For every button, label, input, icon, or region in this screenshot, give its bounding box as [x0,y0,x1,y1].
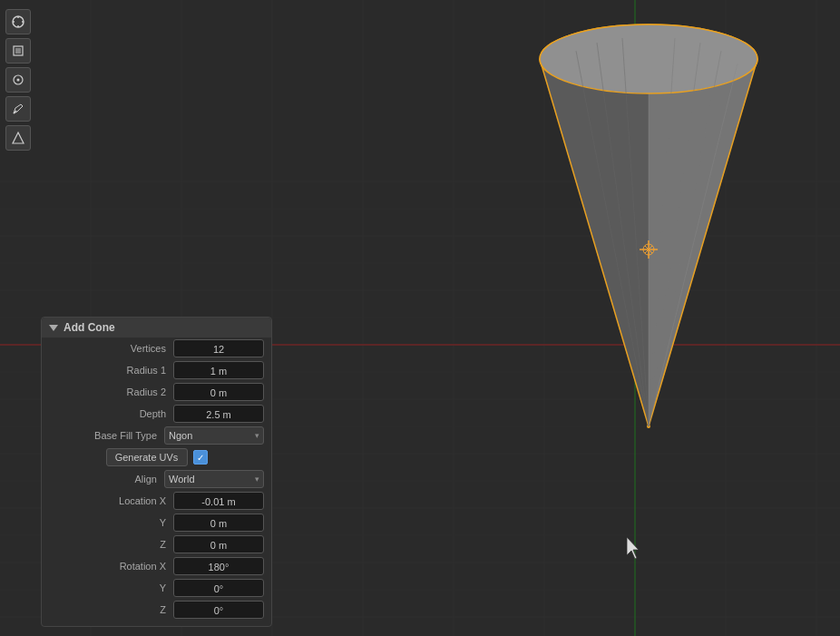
location-x-row: Location X -0.01 m [42,490,271,512]
rotation-x-value[interactable]: 180° [173,557,264,575]
rotation-z-value[interactable]: 0° [173,601,264,619]
vertices-value[interactable]: 12 [173,339,264,357]
svg-point-37 [540,24,757,93]
annotate-tool-button[interactable] [5,125,31,151]
radius1-value[interactable]: 1 m [173,361,264,379]
vertices-label: Vertices [49,343,173,354]
depth-label: Depth [49,408,173,419]
rotation-z-row: Z 0° [42,599,271,621]
location-y-label: Y [49,517,173,528]
generate-uvs-checkbox[interactable]: ✓ [193,450,208,465]
base-fill-type-select[interactable]: Ngon ▾ [164,426,264,445]
base-fill-type-value: Ngon [169,430,192,441]
panel-header[interactable]: Add Cone [42,318,271,338]
align-label: Align [49,474,164,484]
svg-marker-62 [627,537,639,559]
svg-point-59 [17,79,20,82]
chevron-down-icon-align: ▾ [255,475,259,484]
depth-value[interactable]: 2.5 m [173,405,264,423]
generate-uvs-label: Generate UVs [106,448,188,466]
svg-rect-57 [15,48,21,54]
depth-row: Depth 2.5 m [42,403,271,425]
location-x-value[interactable]: -0.01 m [173,492,264,510]
location-z-row: Z 0 m [42,533,271,555]
chevron-down-icon: ▾ [255,431,259,440]
draw-tool-button[interactable] [5,96,31,122]
align-select[interactable]: World ▾ [164,470,264,488]
rotation-x-label: Rotation X [49,561,173,572]
rotate-tool-button[interactable] [5,67,31,93]
collapse-icon [49,325,58,331]
base-fill-type-row: Base Fill Type Ngon ▾ [42,425,271,446]
radius1-label: Radius 1 [49,365,173,376]
radius2-label: Radius 2 [49,386,173,397]
location-x-label: Location X [49,495,173,506]
cursor-tool-button[interactable] [5,9,31,34]
radius2-row: Radius 2 0 m [42,381,271,403]
vertices-row: Vertices 12 [42,338,271,359]
location-z-value[interactable]: 0 m [173,535,264,553]
rotation-y-label: Y [49,582,173,593]
align-row: Align World ▾ [42,468,271,490]
rotation-y-row: Y 0° [42,577,271,599]
mouse-cursor [627,537,645,559]
add-cone-panel: Add Cone Vertices 12 Radius 1 1 m Radius… [41,317,272,627]
location-y-row: Y 0 m [42,512,271,533]
radius1-row: Radius 1 1 m [42,359,271,381]
left-toolbar [5,9,31,151]
rotation-z-label: Z [49,604,173,615]
rotation-x-row: Rotation X 180° [42,555,271,577]
move-tool-button[interactable] [5,38,31,64]
location-y-value[interactable]: 0 m [173,514,264,532]
svg-marker-61 [13,132,24,143]
panel-title: Add Cone [63,321,115,334]
viewport[interactable]: Add Cone Vertices 12 Radius 1 1 m Radius… [0,0,840,636]
align-value: World [169,474,195,484]
location-z-label: Z [49,539,173,550]
rotation-y-value[interactable]: 0° [173,579,264,597]
generate-uvs-row: Generate UVs ✓ [42,446,271,468]
radius2-value[interactable]: 0 m [173,383,264,401]
base-fill-type-label: Base Fill Type [49,430,164,441]
